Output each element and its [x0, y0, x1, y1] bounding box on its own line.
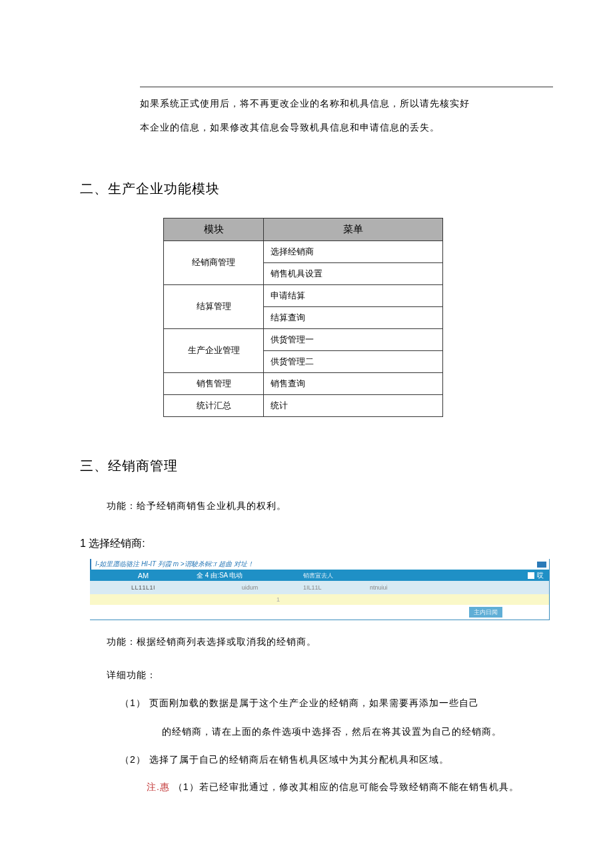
- note-red-label: 注.惠: [147, 781, 170, 792]
- cell-module: 生产企业管理: [164, 328, 264, 372]
- ss-breadcrumb-row: I-如里愿临骆注 HI-IT 列霞 m >谓駛杀輯::r 超曲 对址！: [90, 559, 549, 570]
- detail-item-1: （1） 页面刚加载的数据是属于这个生产企业的经销商，如果需要再添加一些自己 的经…: [120, 692, 600, 743]
- note-text: （1）若已经审批通过，修改其相应的信息可能会导致经销商不能在销售机具。: [170, 781, 519, 792]
- detail-item-1b: 的经销商，请在上面的条件选项中选择否，然后在将其设置为自己的经销商。: [162, 721, 600, 743]
- ss-footer: 主内日闻: [90, 605, 549, 620]
- ss-cell: ntnuiui: [370, 584, 436, 591]
- cell-module: 经销商管理: [164, 240, 264, 284]
- ss-head-end-label: 哎: [537, 572, 544, 579]
- cell-module: 销售管理: [164, 372, 264, 394]
- cell-menu: 统计: [264, 394, 443, 416]
- detail-block: 详细功能： （1） 页面刚加载的数据是属于这个生产企业的经销商，如果需要再添加一…: [107, 664, 600, 799]
- after-func: 功能：根据经销商列表选择或取消我的经销商。: [107, 631, 600, 653]
- th-menu: 菜单: [264, 218, 443, 240]
- cell-menu: 供货管理二: [264, 350, 443, 372]
- ss-action-button[interactable]: 主内日闻: [469, 607, 502, 618]
- section-2-title: 二、生产企业功能模块: [80, 180, 600, 198]
- ss-head-end: 哎: [528, 571, 549, 580]
- cell-menu: 销售机具设置: [264, 262, 443, 284]
- ss-data-row: LL11L1I uidum 1IL11L ntnuiui: [90, 581, 549, 594]
- intro-line-1: 如果系统正式使用后，将不再更改企业的名称和机具信息，所以请先核实好: [140, 91, 600, 115]
- th-module: 模块: [164, 218, 264, 240]
- table-row: 生产企业管理 供货管理一: [164, 328, 443, 350]
- cell-menu: 申请结算: [264, 284, 443, 306]
- ss-indicator-icon: [537, 562, 546, 568]
- detail-item-1a: （1） 页面刚加载的数据是属于这个生产企业的经销商，如果需要再添加一些自己: [120, 697, 479, 708]
- ss-cell: uidum: [197, 584, 303, 591]
- table-row: 销售管理 销售查询: [164, 372, 443, 394]
- cell-menu: 供货管理一: [264, 328, 443, 350]
- detail-item-2: （2） 选择了属于自己的经销商后在销售机具区域中为其分配机具和区域。: [120, 749, 600, 771]
- divider-line: [140, 87, 553, 87]
- cell-menu: 选择经销商: [264, 240, 443, 262]
- cell-module: 结算管理: [164, 284, 264, 328]
- section-3-func: 功能：给予经销商销售企业机具的权利。: [107, 495, 600, 518]
- checkbox-icon[interactable]: [528, 572, 534, 579]
- cell-menu: 结算查询: [264, 306, 443, 328]
- module-table: 模块 菜单 经销商管理 选择经销商 销售机具设置 结算管理 申请结算 结算查询 …: [163, 218, 443, 417]
- ss-header-row: AM 全 4 由:SA 电动 销書宣去人 哎: [90, 570, 549, 581]
- ss-cell: 1IL11L: [303, 584, 370, 591]
- detail-label: 详细功能：: [107, 664, 600, 687]
- cell-module: 统计汇总: [164, 394, 264, 416]
- table-row: 结算管理 申请结算: [164, 284, 443, 306]
- intro-line-2: 本企业的信息，如果修改其信息会导致机具信息和申请信息的丢失。: [140, 115, 600, 139]
- table-row: 统计汇总 统计: [164, 394, 443, 416]
- ss-cell: LL11L1I: [90, 584, 197, 591]
- ss-head-c3: 销書宣去人: [303, 570, 416, 580]
- cell-menu: 销售查询: [264, 372, 443, 394]
- ss-head-c2: 全 4 由:SA 电动: [197, 571, 303, 580]
- detail-note: 注.惠 （1）若已经审批通过，修改其相应的信息可能会导致经销商不能在销售机具。: [147, 776, 600, 799]
- sub1-title: 1 选择经销商:: [80, 537, 600, 551]
- section-3-title: 三、经销商管理: [80, 457, 600, 475]
- table-row: 经销商管理 选择经销商: [164, 240, 443, 262]
- ss-head-c1: AM: [90, 572, 197, 580]
- ss-breadcrumb: I-如里愿临骆注 HI-IT 列霞 m >谓駛杀輯::r 超曲 对址！: [95, 560, 537, 569]
- ss-pager-row: 1: [90, 594, 549, 605]
- embedded-screenshot: I-如里愿临骆注 HI-IT 列霞 m >谓駛杀輯::r 超曲 对址！ AM 全…: [90, 559, 550, 620]
